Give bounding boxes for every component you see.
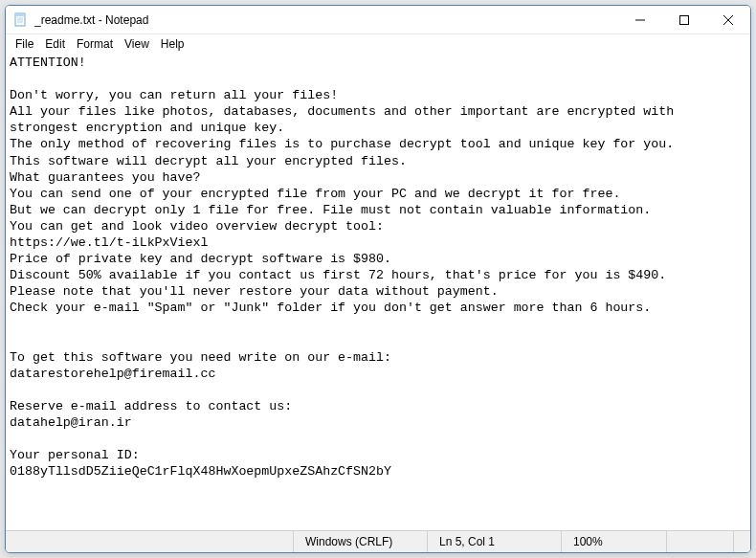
status-zoom: 100% bbox=[561, 531, 666, 552]
close-button[interactable] bbox=[706, 6, 750, 34]
menu-help[interactable]: Help bbox=[155, 36, 190, 52]
status-cursor-position: Ln 5, Col 1 bbox=[427, 531, 561, 552]
text-editor[interactable]: ATTENTION! Don't worry, you can return a… bbox=[6, 54, 750, 530]
status-extra-1 bbox=[666, 531, 733, 552]
notepad-icon bbox=[13, 12, 29, 28]
statusbar: Windows (CRLF) Ln 5, Col 1 100% bbox=[6, 530, 750, 552]
menu-format[interactable]: Format bbox=[71, 36, 119, 52]
menubar: File Edit Format View Help bbox=[6, 34, 750, 54]
window-title: _readme.txt - Notepad bbox=[34, 13, 618, 27]
svg-rect-6 bbox=[680, 16, 689, 25]
svg-rect-1 bbox=[15, 13, 25, 16]
menu-view[interactable]: View bbox=[119, 36, 155, 52]
notepad-window: _readme.txt - Notepad File Edit Format V… bbox=[5, 5, 751, 553]
status-encoding: Windows (CRLF) bbox=[293, 531, 427, 552]
document-content: ATTENTION! Don't worry, you can return a… bbox=[10, 56, 681, 479]
window-controls bbox=[618, 6, 750, 33]
titlebar[interactable]: _readme.txt - Notepad bbox=[6, 6, 750, 34]
minimize-button[interactable] bbox=[618, 6, 662, 34]
status-grip[interactable] bbox=[733, 531, 750, 552]
menu-edit[interactable]: Edit bbox=[39, 36, 71, 52]
maximize-button[interactable] bbox=[662, 6, 706, 34]
menu-file[interactable]: File bbox=[10, 36, 39, 52]
